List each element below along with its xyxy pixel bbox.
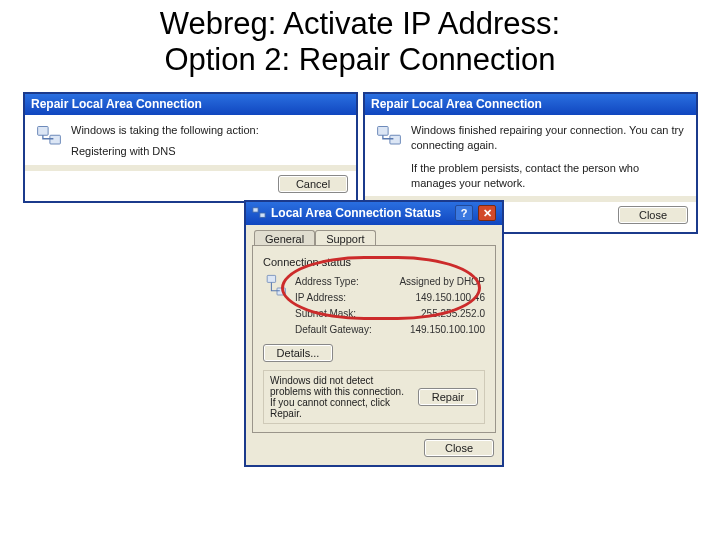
tab-support-pane: Connection status Address Type: Assigned…: [252, 245, 496, 433]
repair-progress-dialog: Repair Local Area Connection Windows is …: [23, 92, 358, 203]
row-ip-address: IP Address: 149.150.100.46: [295, 290, 485, 306]
svg-rect-4: [253, 208, 258, 212]
dialog-title: Repair Local Area Connection: [371, 97, 542, 111]
slide-title-line2: Option 2: Repair Connection: [164, 42, 555, 77]
svg-rect-2: [378, 127, 389, 136]
ip-address-value: 149.150.100.46: [415, 290, 485, 306]
connection-status-dialog: Local Area Connection Status ? ✕ General…: [244, 200, 504, 467]
repair-done-message-2: If the problem persists, contact the per…: [411, 161, 686, 191]
row-subnet-mask: Subnet Mask: 255.255.252.0: [295, 306, 485, 322]
svg-rect-3: [390, 135, 401, 144]
titlebar[interactable]: Repair Local Area Connection: [365, 94, 696, 115]
repair-help-text: Windows did not detect problems with thi…: [270, 375, 410, 419]
svg-rect-1: [50, 135, 61, 144]
connection-icon: [252, 206, 266, 220]
titlebar[interactable]: Repair Local Area Connection: [25, 94, 356, 115]
ip-address-label: IP Address:: [295, 290, 346, 306]
titlebar[interactable]: Local Area Connection Status ? ✕: [246, 202, 502, 225]
network-icon: [263, 274, 287, 306]
close-button[interactable]: Close: [424, 439, 494, 457]
dialog-title: Local Area Connection Status: [271, 206, 441, 220]
details-button[interactable]: Details...: [263, 344, 333, 362]
subnet-mask-value: 255.255.252.0: [421, 306, 485, 322]
repair-done-message-1: Windows finished repairing your connecti…: [411, 123, 686, 153]
svg-rect-5: [260, 213, 265, 217]
close-button[interactable]: Close: [618, 206, 688, 224]
repair-step-label: Registering with DNS: [71, 144, 346, 159]
subnet-mask-label: Subnet Mask:: [295, 306, 356, 322]
dialog-title: Repair Local Area Connection: [31, 97, 202, 111]
repair-action-label: Windows is taking the following action:: [71, 123, 346, 138]
repair-help-box: Windows did not detect problems with thi…: [263, 370, 485, 424]
slide-title-line1: Webreg: Activate IP Address:: [160, 6, 560, 41]
network-icon: [35, 123, 63, 151]
repair-button[interactable]: Repair: [418, 388, 478, 406]
group-title: Connection status: [263, 256, 485, 268]
cancel-button[interactable]: Cancel: [278, 175, 348, 193]
address-type-label: Address Type:: [295, 274, 359, 290]
svg-rect-6: [267, 275, 275, 282]
address-type-value: Assigned by DHCP: [399, 274, 485, 290]
svg-rect-0: [38, 127, 49, 136]
default-gateway-label: Default Gateway:: [295, 322, 372, 338]
help-button[interactable]: ?: [455, 205, 473, 221]
svg-rect-7: [277, 288, 285, 295]
slide-title: Webreg: Activate IP Address: Option 2: R…: [0, 0, 720, 87]
tabs: General Support: [252, 229, 496, 246]
row-address-type: Address Type: Assigned by DHCP: [295, 274, 485, 290]
network-icon: [375, 123, 403, 151]
close-icon[interactable]: ✕: [478, 205, 496, 221]
row-default-gateway: Default Gateway: 149.150.100.100: [295, 322, 485, 338]
default-gateway-value: 149.150.100.100: [410, 322, 485, 338]
